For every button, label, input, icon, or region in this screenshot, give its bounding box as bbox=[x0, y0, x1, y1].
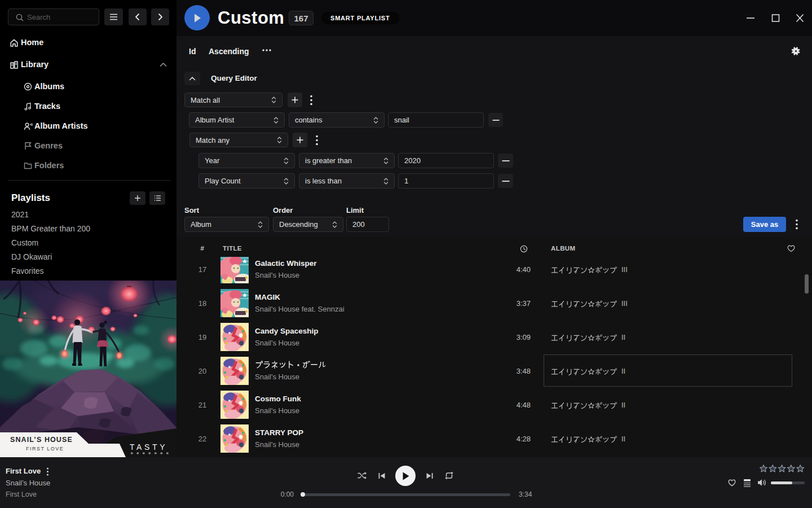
svg-text:TASTY: TASTY bbox=[130, 443, 167, 452]
svg-text:FIRST LOVE: FIRST LOVE bbox=[26, 446, 64, 452]
svg-text:SNAIL’S HOUSE: SNAIL’S HOUSE bbox=[10, 436, 73, 444]
